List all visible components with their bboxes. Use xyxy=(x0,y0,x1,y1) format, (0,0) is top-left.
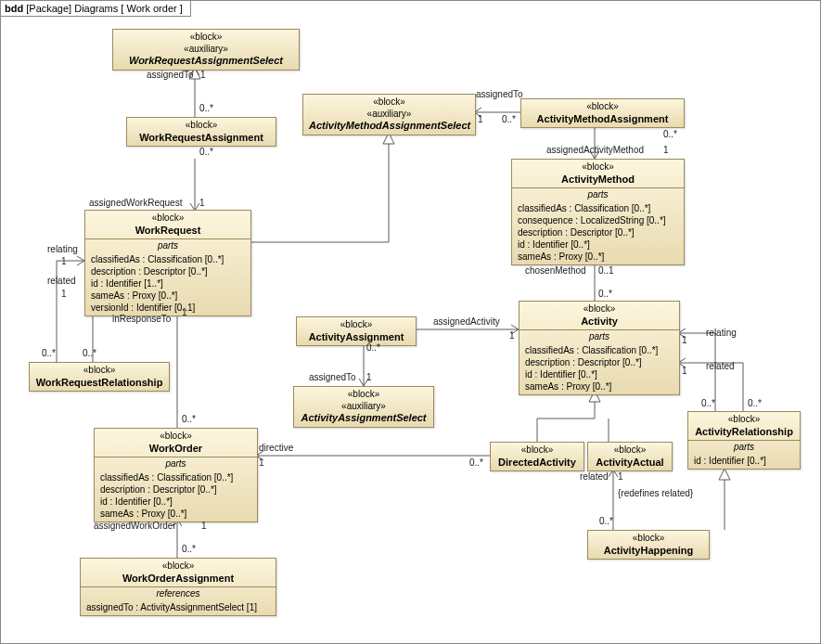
assoc-role: chosenMethod xyxy=(525,265,586,276)
assoc-mult: 1 xyxy=(663,145,669,155)
part: id : Identifier [0..*] xyxy=(525,368,673,380)
assoc-role: assignedActivityMethod xyxy=(546,145,644,155)
assoc-role: related xyxy=(47,276,76,286)
stereotype: «block» xyxy=(525,303,673,316)
block-name: ActivityAssignmentSelect xyxy=(300,412,428,425)
block-activity-method-assignment[interactable]: «block» ActivityMethodAssignment xyxy=(520,98,685,128)
assoc-role: assignedTo xyxy=(309,372,356,382)
stereotype: «block» xyxy=(100,431,251,443)
block-activity-actual[interactable]: «block» ActivityActual xyxy=(587,442,673,471)
assoc-mult: 1 xyxy=(199,198,205,208)
assoc-mult: 0..1 xyxy=(598,265,614,276)
block-activity[interactable]: «block» Activity parts classifiedAs : Cl… xyxy=(519,301,680,395)
block-activity-method[interactable]: «block» ActivityMethod parts classifiedA… xyxy=(511,159,685,265)
block-work-request[interactable]: «block» WorkRequest parts classifiedAs :… xyxy=(84,210,251,316)
part: assignedTo : ActivityAssignmentSelect [1… xyxy=(86,601,270,613)
assoc-role: relating xyxy=(706,328,737,338)
block-name: ActivityMethodAssignment xyxy=(527,113,678,126)
stereotype: «block» xyxy=(35,365,163,377)
frame-title-tab: bdd [Package] Diagrams [ Work order ] xyxy=(1,1,191,17)
assoc-role: inResponseTo xyxy=(112,314,171,324)
assoc-mult: 0..* xyxy=(663,129,677,139)
assoc-role: assignedTo xyxy=(147,70,194,80)
assoc-mult: 0..* xyxy=(199,103,213,113)
block-name: WorkRequestAssignment xyxy=(133,132,270,145)
stereotype: «block» xyxy=(119,32,293,44)
assoc-mult: 0..* xyxy=(701,398,715,408)
section-title: parts xyxy=(85,238,250,251)
assoc-role: assignedTo xyxy=(476,89,523,99)
section-title: parts xyxy=(512,187,684,200)
stereotype: «auxiliary» xyxy=(119,44,293,56)
assoc-role: related xyxy=(706,361,735,371)
stereotype: «block» xyxy=(302,319,410,331)
stereotype: «block» xyxy=(86,560,270,573)
assoc-mult: 1 xyxy=(509,330,515,341)
assoc-mult: 1 xyxy=(366,372,372,382)
block-name: ActivityAssignment xyxy=(302,331,410,344)
stereotype: «block» xyxy=(91,213,245,225)
assoc-mult: 1 xyxy=(682,366,687,376)
parts-list: classifiedAs : Classification [0..*] des… xyxy=(95,470,257,522)
part: id : Identifier [0..*] xyxy=(100,496,251,508)
block-name: WorkOrder xyxy=(100,443,251,456)
frame-prefix: bdd xyxy=(5,3,23,14)
assoc-mult: 0..* xyxy=(469,457,483,468)
assoc-role: assignedWorkRequest xyxy=(89,198,182,208)
part: classifiedAs : Classification [0..*] xyxy=(518,202,678,214)
block-activity-happening[interactable]: «block» ActivityHappening xyxy=(587,530,710,560)
assoc-role: assignedActivity xyxy=(433,316,500,327)
block-name: Activity xyxy=(525,316,673,328)
assoc-role: assignedWorkOrder xyxy=(94,521,176,531)
frame-package: [Package] Diagrams xyxy=(26,3,118,14)
block-work-order-assignment[interactable]: «block» WorkOrderAssignment references a… xyxy=(80,558,276,616)
assoc-role: directive xyxy=(259,443,293,453)
assoc-role: related xyxy=(580,471,609,482)
diagram-frame: bdd [Package] Diagrams [ Work order ] xyxy=(0,0,821,644)
block-work-request-relationship[interactable]: «block» WorkRequestRelationship xyxy=(29,362,170,392)
block-activity-relationship[interactable]: «block» ActivityRelationship parts id : … xyxy=(687,411,801,470)
assoc-mult: 1 xyxy=(259,457,264,468)
assoc-mult: 0..* xyxy=(182,414,196,424)
part: id : Identifier [0..*] xyxy=(694,455,794,467)
block-activity-assignment[interactable]: «block» ActivityAssignment xyxy=(296,316,417,346)
frame-name: [ Work order ] xyxy=(121,3,182,14)
stereotype: «block» xyxy=(594,533,703,545)
part: description : Descriptor [0..*] xyxy=(525,356,673,368)
part: sameAs : Proxy [0..*] xyxy=(518,251,678,263)
assoc-mult: 0..* xyxy=(502,114,516,124)
stereotype: «block» xyxy=(309,97,469,109)
assoc-mult: 0..* xyxy=(598,289,612,299)
section-title: parts xyxy=(688,440,800,453)
part: versionId : Identifier [0..1] xyxy=(91,302,245,314)
block-activity-assignment-select[interactable]: «block» «auxiliary» ActivityAssignmentSe… xyxy=(293,386,434,428)
part: sameAs : Proxy [0..*] xyxy=(91,290,245,302)
block-directed-activity[interactable]: «block» DirectedActivity xyxy=(490,442,584,471)
assoc-role: relating xyxy=(47,244,78,254)
block-activity-method-assignment-select[interactable]: «block» «auxiliary» ActivityMethodAssign… xyxy=(302,94,476,135)
section-title: parts xyxy=(520,329,679,342)
assoc-mult: 1 xyxy=(182,307,187,317)
assoc-mult: 1 xyxy=(618,471,623,482)
assoc-mult: 0..* xyxy=(83,348,96,358)
block-work-order[interactable]: «block» WorkOrder parts classifiedAs : C… xyxy=(94,428,258,522)
parts-list: assignedTo : ActivityAssignmentSelect [1… xyxy=(81,599,276,615)
part: id : Identifier [1..*] xyxy=(91,277,245,290)
stereotype: «block» xyxy=(300,389,428,401)
parts-list: classifiedAs : Classification [0..*] des… xyxy=(85,251,250,316)
assoc-constraint: {redefines related} xyxy=(618,488,693,498)
parts-list: classifiedAs : Classification [0..*] con… xyxy=(512,200,684,264)
assoc-mult: 1 xyxy=(200,70,206,80)
svg-marker-12 xyxy=(719,469,730,480)
assoc-mult: 1 xyxy=(682,335,687,345)
part: description : Descriptor [0..*] xyxy=(91,265,245,277)
stereotype: «block» xyxy=(594,444,666,457)
block-work-request-assignment-select[interactable]: «block» «auxiliary» WorkRequestAssignmen… xyxy=(112,29,300,71)
assoc-mult: 0..* xyxy=(182,544,196,554)
parts-list: id : Identifier [0..*] xyxy=(688,453,800,469)
part: consequence : LocalizedString [0..*] xyxy=(518,214,678,226)
part: description : Descriptor [0..*] xyxy=(100,483,251,496)
block-work-request-assignment[interactable]: «block» WorkRequestAssignment xyxy=(126,117,276,147)
section-title: parts xyxy=(95,457,257,470)
part: sameAs : Proxy [0..*] xyxy=(100,508,251,520)
